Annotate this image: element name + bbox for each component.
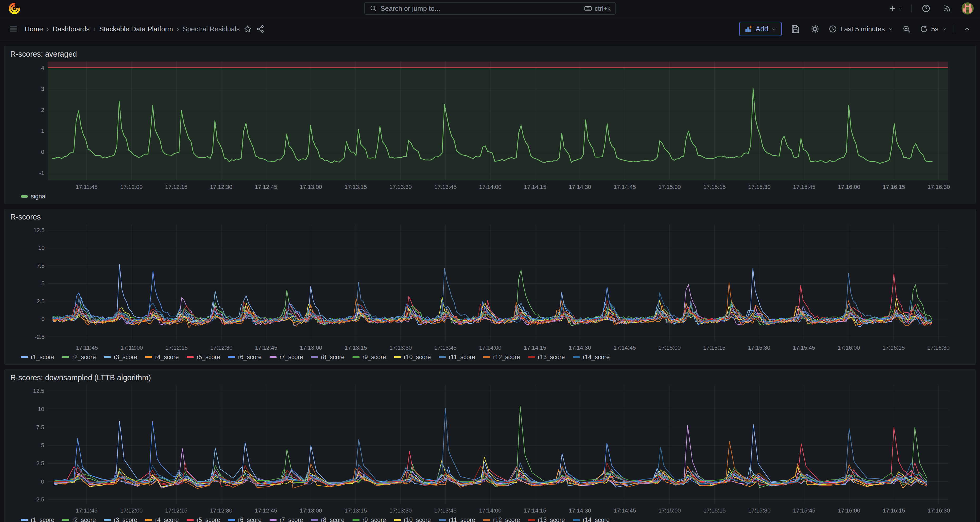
legend-swatch bbox=[528, 356, 535, 358]
legend-item[interactable]: r12_score bbox=[483, 354, 520, 361]
svg-text:17:12:30: 17:12:30 bbox=[210, 507, 232, 514]
legend-item[interactable]: r5_score bbox=[187, 516, 220, 522]
legend-item[interactable]: signal bbox=[21, 193, 46, 200]
legend-item[interactable]: r7_score bbox=[270, 354, 303, 361]
legend-item[interactable]: r10_score bbox=[394, 354, 431, 361]
legend-item[interactable]: r2_score bbox=[62, 516, 95, 522]
svg-text:17:12:00: 17:12:00 bbox=[120, 184, 143, 190]
legend-item[interactable]: r10_score bbox=[394, 516, 431, 522]
svg-text:17:15:45: 17:15:45 bbox=[793, 507, 816, 514]
legend-swatch bbox=[104, 356, 111, 358]
svg-text:17:13:30: 17:13:30 bbox=[389, 184, 412, 190]
legend-item[interactable]: r9_score bbox=[352, 354, 386, 361]
legend-item[interactable]: r6_score bbox=[228, 354, 261, 361]
legend-item[interactable]: r5_score bbox=[187, 354, 220, 361]
legend-swatch bbox=[21, 195, 28, 198]
svg-text:1: 1 bbox=[41, 128, 44, 134]
legend-item[interactable]: r1_score bbox=[21, 354, 54, 361]
timeseries-chart[interactable]: 12.5107.552.50-2.517:11:4517:12:0017:12:… bbox=[5, 383, 975, 516]
svg-text:4: 4 bbox=[41, 65, 44, 71]
legend-label: r1_score bbox=[31, 354, 54, 361]
panel-rscores-averaged: R-scores: averaged 43210-117:11:4517:12:… bbox=[4, 46, 976, 204]
chevron-up-icon bbox=[963, 25, 971, 33]
grafana-logo[interactable] bbox=[8, 2, 21, 14]
svg-text:17:15:30: 17:15:30 bbox=[748, 345, 770, 351]
save-dashboard-button[interactable] bbox=[789, 22, 802, 35]
panel-title[interactable]: R-scores bbox=[10, 213, 41, 221]
legend-label: r9_score bbox=[363, 516, 386, 522]
time-range-picker[interactable]: Last 5 minutes bbox=[829, 25, 893, 33]
legend-item[interactable]: r11_score bbox=[439, 516, 476, 522]
timeseries-chart[interactable]: 43210-117:11:4517:12:0017:12:1517:12:301… bbox=[5, 59, 975, 192]
breadcrumb-item[interactable]: Dashboards bbox=[52, 25, 89, 33]
legend-item[interactable]: r8_score bbox=[311, 516, 344, 522]
zoom-out-icon bbox=[902, 25, 911, 33]
legend-item[interactable]: r1_score bbox=[21, 516, 54, 522]
star-icon bbox=[243, 25, 252, 33]
share-button[interactable] bbox=[254, 23, 267, 35]
svg-text:17:13:45: 17:13:45 bbox=[434, 345, 457, 351]
svg-text:17:14:45: 17:14:45 bbox=[614, 345, 636, 351]
legend-item[interactable]: r3_score bbox=[104, 354, 137, 361]
zoom-out-button[interactable] bbox=[900, 23, 913, 35]
legend-item[interactable]: r11_score bbox=[439, 354, 476, 361]
legend-label: r8_score bbox=[321, 354, 344, 361]
dashboard-settings-button[interactable] bbox=[809, 22, 822, 35]
legend-swatch bbox=[270, 356, 277, 358]
legend-label: r13_score bbox=[538, 516, 565, 522]
help-button[interactable] bbox=[920, 2, 932, 15]
legend-swatch bbox=[21, 356, 28, 358]
favorite-button[interactable] bbox=[241, 23, 254, 35]
svg-text:17:15:30: 17:15:30 bbox=[748, 507, 770, 514]
legend-item[interactable]: r2_score bbox=[62, 354, 95, 361]
legend-item[interactable]: r8_score bbox=[311, 354, 344, 361]
legend-item[interactable]: r6_score bbox=[228, 516, 261, 522]
search-icon bbox=[369, 5, 377, 12]
legend-swatch bbox=[187, 519, 194, 521]
legend-swatch bbox=[187, 356, 194, 358]
legend-item[interactable]: r12_score bbox=[483, 516, 520, 522]
collapse-toolbar-button[interactable] bbox=[961, 23, 973, 35]
timeseries-chart[interactable]: 12.5107.552.50-2.517:11:4517:12:0017:12:… bbox=[5, 222, 975, 353]
chart-legend: r1_scorer2_scorer3_scorer4_scorer5_score… bbox=[5, 353, 975, 364]
svg-text:17:12:45: 17:12:45 bbox=[255, 184, 277, 190]
legend-item[interactable]: r3_score bbox=[104, 516, 137, 522]
legend-item[interactable]: r4_score bbox=[145, 516, 178, 522]
svg-text:17:12:45: 17:12:45 bbox=[255, 507, 277, 514]
svg-text:17:15:15: 17:15:15 bbox=[703, 345, 725, 351]
panel-title[interactable]: R-scores: averaged bbox=[10, 50, 77, 59]
svg-text:-1: -1 bbox=[39, 170, 44, 176]
panel-rscores-downsampled: R-scores: downsampled (LTTB algorithm) 1… bbox=[4, 369, 976, 522]
panel-title[interactable]: R-scores: downsampled (LTTB algorithm) bbox=[10, 374, 151, 382]
svg-text:17:14:30: 17:14:30 bbox=[569, 345, 591, 351]
search-input[interactable] bbox=[381, 5, 581, 13]
legend-item[interactable]: r4_score bbox=[145, 354, 178, 361]
svg-text:17:16:15: 17:16:15 bbox=[883, 507, 905, 514]
legend-item[interactable]: r13_score bbox=[528, 354, 565, 361]
refresh-picker[interactable]: 5s bbox=[920, 25, 947, 33]
legend-label: r2_score bbox=[72, 354, 95, 361]
legend-item[interactable]: r14_score bbox=[573, 354, 609, 361]
svg-text:17:14:45: 17:14:45 bbox=[614, 507, 636, 514]
svg-text:0: 0 bbox=[41, 148, 44, 155]
legend-item[interactable]: r13_score bbox=[528, 516, 565, 522]
add-panel-button[interactable]: Add bbox=[739, 22, 782, 36]
news-button[interactable] bbox=[940, 2, 954, 15]
svg-text:17:12:15: 17:12:15 bbox=[165, 184, 188, 190]
avatar[interactable] bbox=[962, 2, 974, 14]
legend-label: r4_score bbox=[155, 354, 178, 361]
breadcrumb-item[interactable]: Home bbox=[25, 25, 43, 33]
svg-text:5: 5 bbox=[41, 280, 45, 287]
breadcrumb-item[interactable]: Spectral Residuals bbox=[183, 25, 240, 33]
legend-item[interactable]: r14_score bbox=[573, 516, 609, 522]
legend-item[interactable]: r7_score bbox=[270, 516, 303, 522]
chart-legend: r1_scorer2_scorer3_scorer4_scorer5_score… bbox=[5, 516, 975, 522]
divider bbox=[911, 5, 912, 13]
breadcrumb-item[interactable]: Stackable Data Platform bbox=[99, 25, 173, 33]
mega-menu-button[interactable] bbox=[7, 22, 20, 35]
search-box[interactable]: ctrl+k bbox=[364, 2, 616, 15]
legend-item[interactable]: r9_score bbox=[352, 516, 386, 522]
chevron-down-icon bbox=[888, 26, 893, 32]
new-button[interactable] bbox=[888, 5, 903, 13]
legend-label: r13_score bbox=[538, 354, 565, 361]
